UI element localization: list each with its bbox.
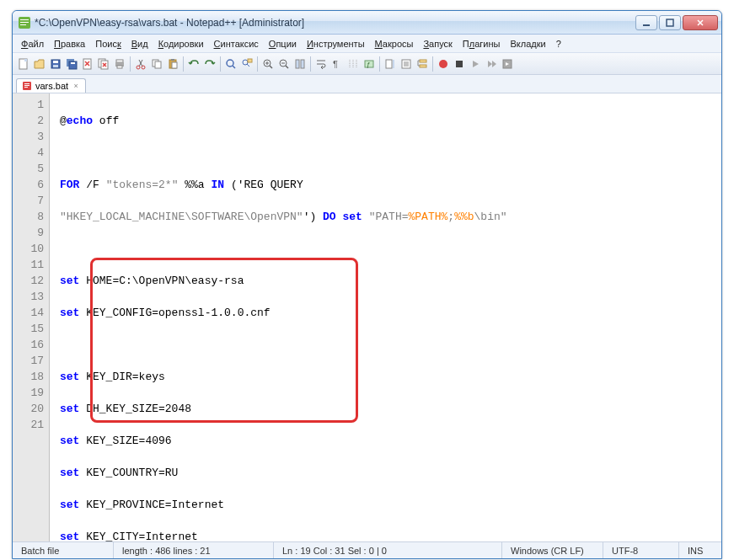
maximize-button[interactable] bbox=[659, 15, 681, 30]
svg-rect-17 bbox=[116, 60, 123, 62]
open-file-icon[interactable] bbox=[32, 56, 47, 72]
separator bbox=[257, 56, 258, 72]
menu-run[interactable]: Запуск bbox=[418, 37, 457, 51]
svg-point-27 bbox=[227, 60, 233, 67]
play-macro-icon[interactable] bbox=[468, 56, 483, 72]
svg-rect-33 bbox=[301, 60, 304, 68]
svg-rect-37 bbox=[386, 60, 392, 68]
new-file-icon[interactable] bbox=[16, 56, 31, 72]
undo-icon[interactable] bbox=[186, 56, 201, 72]
svg-rect-40 bbox=[420, 60, 426, 62]
menu-file[interactable]: Файл bbox=[16, 37, 49, 51]
toolbar: ¶ ƒ bbox=[13, 53, 721, 75]
app-icon bbox=[18, 16, 31, 29]
separator bbox=[183, 56, 184, 72]
svg-rect-29 bbox=[248, 59, 252, 62]
svg-point-21 bbox=[142, 66, 145, 69]
folder-tree-icon[interactable] bbox=[415, 56, 430, 72]
code-area[interactable]: @echo off FOR /F "tokens=2*" %%a IN ('RE… bbox=[50, 93, 721, 541]
paste-icon[interactable] bbox=[165, 56, 180, 72]
cut-icon[interactable] bbox=[133, 56, 148, 72]
minimize-button[interactable] bbox=[635, 15, 657, 30]
svg-rect-26 bbox=[172, 62, 177, 68]
svg-rect-2 bbox=[20, 22, 29, 23]
menu-plugins[interactable]: Плагины bbox=[458, 37, 506, 51]
separator bbox=[379, 56, 380, 72]
svg-text:¶: ¶ bbox=[333, 59, 338, 69]
menu-tools[interactable]: Инструменты bbox=[302, 37, 370, 51]
svg-rect-3 bbox=[20, 24, 26, 25]
status-insert-mode[interactable]: INS bbox=[679, 542, 721, 558]
svg-rect-4 bbox=[643, 24, 650, 26]
zoom-out-icon[interactable] bbox=[276, 56, 292, 72]
svg-point-42 bbox=[439, 60, 447, 68]
window-title: *C:\OpenVPN\easy-rsa\vars.bat - Notepad+… bbox=[35, 17, 635, 29]
file-tab[interactable]: vars.bat × bbox=[16, 78, 86, 93]
find-icon[interactable] bbox=[223, 56, 238, 72]
status-eol[interactable]: Windows (CR LF) bbox=[502, 542, 603, 558]
play-multi-icon[interactable] bbox=[484, 56, 499, 72]
svg-rect-10 bbox=[53, 65, 58, 67]
doc-map-icon[interactable] bbox=[383, 56, 398, 72]
editor-area: 1 2 3 4 5 6 7 8 9 10 11 12 13 14 15 16 1… bbox=[13, 93, 721, 541]
status-length: length : 486 lines : 21 bbox=[114, 542, 274, 558]
menu-help[interactable]: ? bbox=[551, 37, 566, 51]
save-icon[interactable] bbox=[48, 56, 63, 72]
save-macro-icon[interactable] bbox=[500, 56, 515, 72]
separator bbox=[220, 56, 221, 72]
func-list-icon[interactable] bbox=[399, 56, 414, 72]
tab-label: vars.bat bbox=[35, 81, 68, 91]
print-icon[interactable] bbox=[112, 56, 127, 72]
record-macro-icon[interactable] bbox=[436, 56, 451, 72]
menu-macros[interactable]: Макросы bbox=[370, 37, 419, 51]
svg-rect-25 bbox=[171, 59, 174, 61]
close-file-icon[interactable] bbox=[80, 56, 95, 72]
svg-rect-7 bbox=[24, 59, 27, 61]
titlebar[interactable]: *C:\OpenVPN\easy-rsa\vars.bat - Notepad+… bbox=[13, 11, 721, 35]
tabbar: vars.bat × bbox=[13, 75, 721, 93]
line-gutter: 1 2 3 4 5 6 7 8 9 10 11 12 13 14 15 16 1… bbox=[13, 93, 50, 541]
svg-rect-9 bbox=[53, 61, 58, 63]
status-encoding[interactable]: UTF-8 bbox=[603, 542, 679, 558]
menu-encoding[interactable]: Кодировки bbox=[153, 37, 209, 51]
close-button[interactable] bbox=[683, 15, 718, 30]
svg-text:ƒ: ƒ bbox=[367, 61, 370, 68]
svg-rect-38 bbox=[393, 60, 394, 68]
indent-guide-icon[interactable] bbox=[346, 56, 361, 72]
svg-rect-41 bbox=[420, 65, 426, 67]
svg-rect-43 bbox=[456, 61, 463, 67]
main-window: *C:\OpenVPN\easy-rsa\vars.bat - Notepad+… bbox=[12, 10, 722, 559]
close-all-icon[interactable] bbox=[96, 56, 111, 72]
menu-search[interactable]: Поиск bbox=[90, 37, 126, 51]
save-all-icon[interactable] bbox=[64, 56, 79, 72]
svg-rect-32 bbox=[296, 60, 299, 68]
menu-options[interactable]: Опции bbox=[264, 37, 302, 51]
svg-rect-23 bbox=[155, 61, 161, 68]
zoom-in-icon[interactable] bbox=[260, 56, 276, 72]
menu-syntax[interactable]: Синтаксис bbox=[209, 37, 264, 51]
wrap-icon[interactable] bbox=[313, 56, 329, 72]
menu-view[interactable]: Вид bbox=[126, 37, 153, 51]
show-chars-icon[interactable]: ¶ bbox=[329, 56, 345, 72]
copy-icon[interactable] bbox=[149, 56, 164, 72]
separator bbox=[310, 56, 311, 72]
modified-file-icon bbox=[22, 81, 32, 91]
svg-rect-5 bbox=[667, 19, 673, 26]
lang-icon[interactable]: ƒ bbox=[362, 56, 377, 72]
status-filetype: Batch file bbox=[13, 542, 114, 558]
stop-macro-icon[interactable] bbox=[452, 56, 467, 72]
svg-rect-46 bbox=[24, 83, 29, 84]
svg-rect-47 bbox=[24, 85, 29, 86]
replace-icon[interactable] bbox=[239, 56, 254, 72]
svg-rect-13 bbox=[71, 62, 75, 64]
redo-icon[interactable] bbox=[202, 56, 217, 72]
menu-tabs[interactable]: Вкладки bbox=[505, 37, 550, 51]
svg-rect-19 bbox=[117, 66, 122, 68]
svg-point-20 bbox=[137, 66, 140, 69]
window-controls bbox=[635, 15, 718, 30]
separator bbox=[130, 56, 131, 72]
tab-close-icon[interactable]: × bbox=[72, 82, 80, 90]
menu-edit[interactable]: Правка bbox=[49, 37, 90, 51]
status-position: Ln : 19 Col : 31 Sel : 0 | 0 bbox=[274, 542, 502, 558]
sync-scroll-icon[interactable] bbox=[292, 56, 308, 72]
